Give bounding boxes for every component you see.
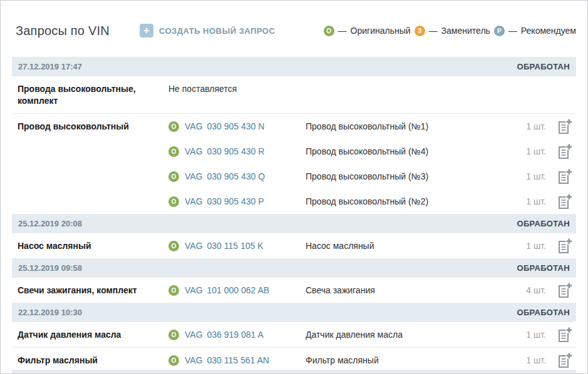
request-date: 25.12.2019 09:58 [18, 263, 82, 273]
part-brand: VAG [185, 330, 203, 340]
status-badge: ОБРАБОТАН [517, 263, 570, 273]
part-description: Насос масляный [306, 241, 505, 251]
part-row: О VAG030 905 430 P Провод высоковольтный… [157, 189, 576, 214]
add-to-order-button[interactable] [557, 119, 576, 134]
document-plus-icon [557, 119, 572, 134]
request-item-row: Свечи зажигания, комплект О VAG101 000 0… [12, 278, 576, 303]
next-section-partial-bar [12, 370, 576, 373]
create-request-button[interactable]: + СОЗДАТЬ НОВЫЙ ЗАПРОС [140, 24, 276, 38]
part-number-link[interactable]: VAG030 115 561 AN [185, 355, 269, 365]
legend: О — Оригинальный З — Заменитель Р — Реко… [324, 26, 576, 36]
part-quantity: 4 шт. [505, 285, 549, 295]
legend-dash: — [429, 26, 438, 36]
item-content: О VAG030 115 105 K Насос масляный 1 шт. [157, 233, 576, 258]
request-date: 27.12.2019 17:47 [18, 62, 82, 71]
request-item-row: Провод высоковольтный О VAG030 905 430 N… [12, 113, 576, 214]
substitute-icon: З [415, 26, 425, 36]
part-code-cell: О VAG030 905 430 Q [157, 171, 306, 182]
part-number: 030 905 430 P [207, 196, 264, 206]
request-date: 22.12.2019 10:30 [18, 308, 82, 317]
status-badge: ОБРАБОТАН [517, 308, 570, 317]
original-icon: О [168, 285, 179, 296]
part-row: О VAG030 115 105 K Насос масляный 1 шт. [157, 233, 576, 258]
part-code-cell: О VAG036 919 081 A [157, 330, 306, 340]
add-to-order-button[interactable] [557, 238, 576, 254]
item-name: Свечи зажигания, комплект [12, 278, 157, 303]
item-name: Провода высоковольтные, комплект [12, 76, 157, 113]
legend-item: О — Оригинальный [324, 26, 411, 36]
document-plus-icon [557, 144, 572, 159]
legend-item: З — Заменитель [415, 26, 490, 36]
vin-requests-page: Запросы по VIN + СОЗДАТЬ НОВЫЙ ЗАПРОС О … [0, 0, 588, 374]
item-content: Не поставляется [157, 76, 576, 101]
part-quantity: 1 шт. [505, 196, 549, 206]
add-to-order-button[interactable] [557, 353, 576, 368]
item-content: О VAG030 115 561 AN Фильтр масляный 1 шт… [157, 348, 576, 373]
legend-label: Оригинальный [351, 26, 411, 36]
part-number-link[interactable]: VAG030 905 430 N [185, 121, 264, 131]
part-number-link[interactable]: VAG030 905 430 P [185, 196, 264, 206]
legend-dash: — [338, 26, 347, 36]
legend-label: Рекомендуем [521, 26, 576, 36]
document-plus-icon [557, 283, 572, 298]
section-items: Провода высоковольтные, комплект Не пост… [12, 76, 576, 214]
add-to-order-button[interactable] [557, 283, 576, 298]
part-description: Провод высоковольтный (№3) [306, 171, 505, 181]
document-plus-icon [557, 327, 572, 343]
part-brand: VAG [185, 196, 203, 206]
legend-dash: — [508, 26, 517, 36]
item-content: О VAG101 000 062 AB Свеча зажигания 4 шт… [157, 278, 576, 303]
section-items: Насос масляный О VAG030 115 105 K Насос … [12, 233, 576, 258]
part-code-cell: О VAG030 905 430 R [157, 146, 306, 157]
part-quantity: 1 шт. [505, 121, 549, 131]
section-header-bar: 27.12.2019 17:47 ОБРАБОТАН [12, 57, 576, 76]
part-description: Датчик давления масла [306, 330, 505, 340]
add-to-order-button[interactable] [557, 327, 576, 343]
part-code-cell: О VAG030 115 105 K [157, 241, 306, 251]
part-number: 036 919 081 A [207, 330, 264, 340]
part-number: 101 000 062 AB [207, 285, 270, 295]
part-brand: VAG [185, 121, 203, 131]
part-brand: VAG [185, 171, 203, 181]
original-icon: О [168, 355, 179, 366]
document-plus-icon [557, 194, 572, 210]
section-header-bar: 25.12.2019 09:58 ОБРАБОТАН [12, 258, 576, 278]
recommend-icon: Р [494, 26, 505, 36]
original-icon: О [168, 196, 179, 207]
document-plus-icon [557, 238, 572, 254]
add-to-order-button[interactable] [557, 144, 576, 159]
part-quantity: 1 шт. [505, 355, 549, 365]
request-item-row: Провода высоковольтные, комплект Не пост… [12, 76, 576, 113]
request-section: 25.12.2019 09:58 ОБРАБОТАН Свечи зажиган… [12, 258, 576, 303]
part-description: Фильтр масляный [306, 355, 505, 365]
original-icon: О [168, 241, 179, 251]
add-to-order-button[interactable] [557, 194, 576, 210]
part-quantity: 1 шт. [505, 241, 549, 251]
original-icon: О [324, 26, 334, 36]
part-number-link[interactable]: VAG036 919 081 A [185, 330, 264, 340]
part-code-cell: О VAG030 115 561 AN [157, 355, 306, 366]
part-number-link[interactable]: VAG101 000 062 AB [185, 285, 269, 295]
legend-item: Р — Рекомендуем [494, 26, 576, 36]
section-header-bar: 22.12.2019 10:30 ОБРАБОТАН [12, 303, 576, 322]
original-icon: О [168, 146, 179, 157]
request-section: 25.12.2019 20:08 ОБРАБОТАН Насос масляны… [12, 214, 576, 258]
page-title: Запросы по VIN [16, 24, 110, 38]
part-description: Провод высоковольтный (№1) [306, 121, 505, 131]
part-number-link[interactable]: VAG030 905 430 R [185, 146, 264, 156]
part-description: Свеча зажигания [306, 285, 505, 295]
part-description: Провод высоковольтный (№2) [306, 196, 505, 206]
part-number-link[interactable]: VAG030 905 430 Q [185, 171, 265, 181]
legend-label: Заменитель [441, 26, 490, 36]
part-quantity: 1 шт. [505, 171, 549, 181]
add-to-order-button[interactable] [557, 169, 576, 184]
part-row: О VAG030 905 430 N Провод высоковольтный… [157, 114, 576, 139]
part-quantity: 1 шт. [505, 146, 549, 156]
part-brand: VAG [185, 285, 203, 295]
part-brand: VAG [185, 355, 203, 365]
part-number-link[interactable]: VAG030 115 105 K [185, 241, 264, 251]
part-number: 030 115 561 AN [207, 355, 269, 365]
part-row: О VAG036 919 081 A Датчик давления масла… [157, 322, 576, 347]
section-items: Свечи зажигания, комплект О VAG101 000 0… [12, 278, 576, 303]
part-code-cell: О VAG030 905 430 P [157, 196, 306, 207]
